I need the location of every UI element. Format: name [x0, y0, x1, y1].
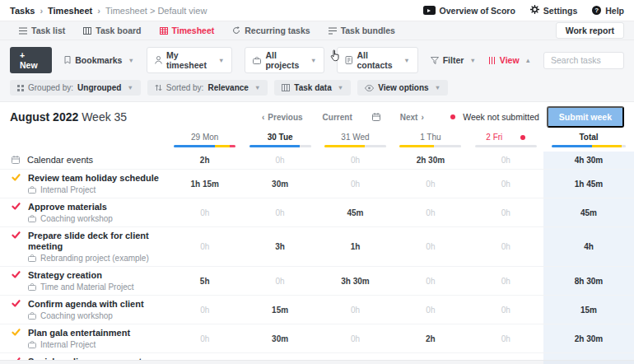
- time-cell[interactable]: 45m: [318, 208, 393, 217]
- task-project[interactable]: Coaching workshop: [28, 214, 113, 223]
- task-title[interactable]: Calendar events: [27, 155, 93, 166]
- time-cell[interactable]: 0h: [318, 306, 393, 315]
- next-week-button[interactable]: Next ›: [400, 113, 424, 122]
- current-week-button[interactable]: Current: [323, 113, 352, 122]
- breadcrumb-tasks[interactable]: Tasks: [10, 6, 35, 16]
- task-cell[interactable]: Social media managementRetainer ProjectM…: [0, 353, 167, 360]
- day-column-header[interactable]: Total: [543, 132, 634, 147]
- time-cell[interactable]: 0h: [393, 180, 468, 189]
- task-project[interactable]: Internal Project: [28, 185, 159, 194]
- task-title[interactable]: Review team holiday schedule: [28, 173, 159, 184]
- task-project[interactable]: Time and Material Project: [28, 282, 134, 292]
- task-cell[interactable]: Strategy creationTime and Material Proje…: [0, 267, 167, 295]
- day-column-header[interactable]: 31 Wed: [318, 132, 393, 147]
- task-title[interactable]: Approve materials: [28, 202, 113, 212]
- time-cell[interactable]: 0h: [167, 334, 242, 343]
- task-project[interactable]: Rebranding project (example): [28, 254, 161, 263]
- previous-week-button[interactable]: ‹ Previous: [262, 113, 303, 122]
- work-report-button[interactable]: Work report: [556, 22, 624, 39]
- time-cell[interactable]: 30m: [242, 180, 317, 189]
- task-info: Calendar events: [27, 155, 93, 166]
- breadcrumb-current-view[interactable]: Timesheet > Default view: [105, 6, 207, 16]
- time-cell[interactable]: 0h: [393, 242, 468, 251]
- time-cell[interactable]: 0h: [469, 180, 543, 189]
- task-cell[interactable]: Confirm agenda with clientCoaching works…: [0, 296, 167, 324]
- time-cell[interactable]: 0h: [242, 208, 317, 217]
- time-cell[interactable]: 0h: [469, 334, 543, 343]
- task-data-dropdown[interactable]: Task data ▼: [274, 80, 351, 96]
- task-cell[interactable]: Calendar events: [0, 152, 167, 169]
- time-cell[interactable]: 0h: [469, 156, 543, 165]
- time-cell[interactable]: 1h: [318, 242, 393, 251]
- day-column-header[interactable]: 30 Tue: [242, 132, 317, 147]
- progress-segment-blue: [249, 145, 300, 147]
- overview-of-scoro-link[interactable]: Overview of Scoro: [423, 6, 515, 16]
- task-cell[interactable]: Plan gala entertainmentInternal Project: [0, 324, 167, 352]
- time-cell[interactable]: 3h: [242, 242, 317, 251]
- task-title[interactable]: Prepare slide deck for client meeting: [28, 231, 161, 252]
- search-input[interactable]: [543, 52, 624, 69]
- grouped-by-dropdown[interactable]: Grouped by: Ungrouped ▼: [10, 80, 141, 96]
- sorted-by-dropdown[interactable]: Sorted by: Relevance ▼: [147, 80, 268, 96]
- time-cell[interactable]: 0h: [242, 156, 317, 165]
- view-options-dropdown[interactable]: View options ▼: [357, 80, 448, 96]
- bookmarks-dropdown[interactable]: Bookmarks ▼: [64, 55, 134, 65]
- help-link[interactable]: ? Help: [592, 6, 624, 16]
- task-info: Prepare slide deck for client meetingReb…: [28, 231, 161, 263]
- day-column-header[interactable]: 1 Thu: [393, 132, 468, 147]
- task-title[interactable]: Plan gala entertainment: [28, 328, 130, 338]
- week-title: August 2022 Week 35: [10, 110, 127, 124]
- task-title[interactable]: Confirm agenda with client: [28, 299, 144, 310]
- table-row: Prepare slide deck for client meetingReb…: [0, 227, 634, 267]
- task-project[interactable]: Coaching workshop: [28, 311, 144, 320]
- task-cell[interactable]: Review team holiday scheduleInternal Pro…: [0, 170, 167, 198]
- time-cell[interactable]: 0h: [393, 277, 468, 286]
- new-button[interactable]: + New: [10, 47, 52, 73]
- time-cell[interactable]: 0h: [318, 334, 393, 343]
- time-cell[interactable]: 30m: [242, 334, 317, 343]
- time-cell[interactable]: 0h: [469, 242, 543, 251]
- tab-task-bundles[interactable]: Task bundles: [319, 21, 404, 40]
- tab-bar: Task listTask boardTimesheetRecurring ta…: [0, 21, 634, 40]
- time-cell[interactable]: 0h: [318, 180, 393, 189]
- timesheet-page: Tasks › Timesheet › Timesheet > Default …: [0, 0, 634, 364]
- time-cell[interactable]: 2h 30m: [393, 156, 468, 165]
- time-cell[interactable]: 0h: [167, 242, 242, 251]
- task-project[interactable]: Internal Project: [28, 340, 130, 349]
- task-title[interactable]: Social media management: [28, 357, 142, 360]
- time-cell[interactable]: 0h: [469, 277, 543, 286]
- time-cell[interactable]: 0h: [469, 306, 543, 315]
- time-cell[interactable]: 5h: [167, 277, 242, 286]
- submit-week-button[interactable]: Submit week: [547, 106, 624, 128]
- time-cell[interactable]: 0h: [167, 306, 242, 315]
- tab-task-board[interactable]: Task board: [74, 21, 150, 40]
- filter-dropdown[interactable]: Filter ▼: [431, 55, 476, 65]
- tab-task-list[interactable]: Task list: [10, 21, 74, 40]
- time-cell[interactable]: 0h: [318, 156, 393, 165]
- time-cell[interactable]: 2h: [167, 156, 242, 165]
- time-cell[interactable]: 0h: [469, 208, 543, 217]
- all-contacts-dropdown[interactable]: All contacts ▼: [337, 47, 417, 73]
- breadcrumb-timesheet[interactable]: Timesheet: [48, 6, 92, 16]
- all-projects-dropdown[interactable]: All projects ▼: [245, 47, 324, 73]
- time-cell[interactable]: 3h 30m: [318, 277, 393, 286]
- time-cell[interactable]: 15m: [242, 306, 317, 315]
- day-column-header[interactable]: 2 Fri: [469, 132, 543, 147]
- time-cell[interactable]: 1h 15m: [167, 180, 242, 189]
- task-cell[interactable]: Prepare slide deck for client meetingReb…: [0, 227, 167, 266]
- time-cell[interactable]: 2h: [393, 334, 468, 343]
- time-cell[interactable]: 0h: [393, 306, 468, 315]
- tab-recurring-tasks[interactable]: Recurring tasks: [223, 21, 319, 40]
- task-title[interactable]: Strategy creation: [28, 270, 134, 281]
- calendar-picker-button[interactable]: [372, 113, 380, 121]
- day-progress-bar: [324, 145, 386, 147]
- settings-link[interactable]: Settings: [530, 5, 577, 16]
- task-cell[interactable]: Approve materialsCoaching workshop: [0, 198, 167, 226]
- tab-timesheet[interactable]: Timesheet: [151, 21, 224, 40]
- view-dropdown[interactable]: View ▲: [488, 55, 531, 65]
- day-column-header[interactable]: 29 Mon: [167, 132, 242, 147]
- time-cell[interactable]: 0h: [393, 208, 468, 217]
- time-cell[interactable]: 0h: [242, 277, 317, 286]
- my-timesheet-dropdown[interactable]: My timesheet ▼: [147, 47, 232, 73]
- time-cell[interactable]: 0h: [167, 208, 242, 217]
